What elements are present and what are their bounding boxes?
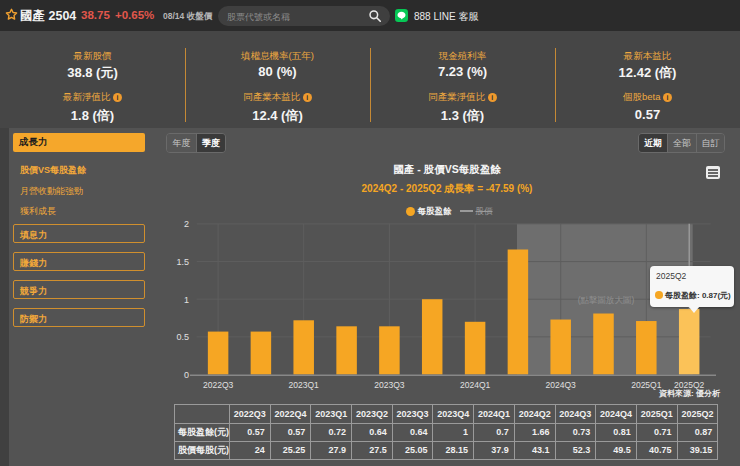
svg-text:2023Q3: 2023Q3 — [374, 380, 405, 390]
svg-text:1.5: 1.5 — [176, 257, 189, 267]
svg-text:2023Q1: 2023Q1 — [289, 380, 320, 390]
svg-text:2: 2 — [184, 219, 189, 229]
svg-text:0: 0 — [184, 370, 189, 380]
svg-text:1: 1 — [184, 295, 189, 305]
svg-text:2022Q3: 2022Q3 — [203, 380, 234, 390]
svg-text:2024Q1: 2024Q1 — [460, 380, 491, 390]
svg-text:0.5: 0.5 — [176, 332, 189, 342]
